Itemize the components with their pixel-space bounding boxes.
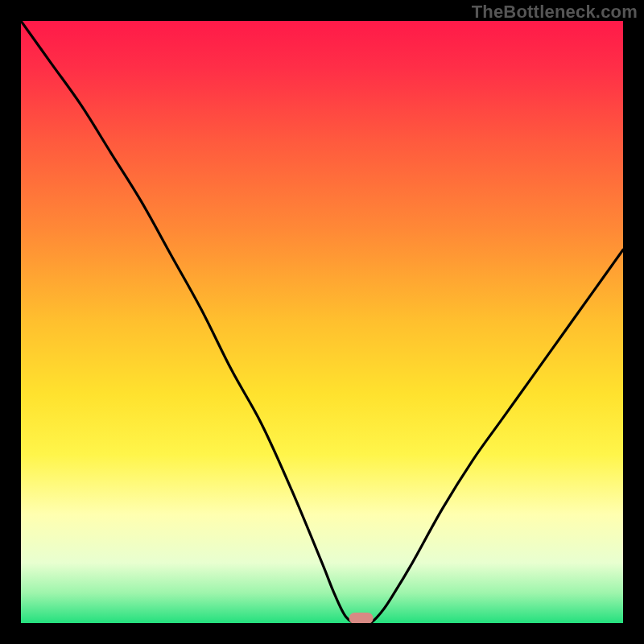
chart-svg [21, 21, 623, 623]
chart-container: TheBottleneck.com [0, 0, 644, 644]
watermark-text: TheBottleneck.com [472, 2, 638, 23]
optimal-marker [349, 613, 374, 623]
plot-area [19, 19, 625, 625]
gradient-background [21, 21, 623, 623]
